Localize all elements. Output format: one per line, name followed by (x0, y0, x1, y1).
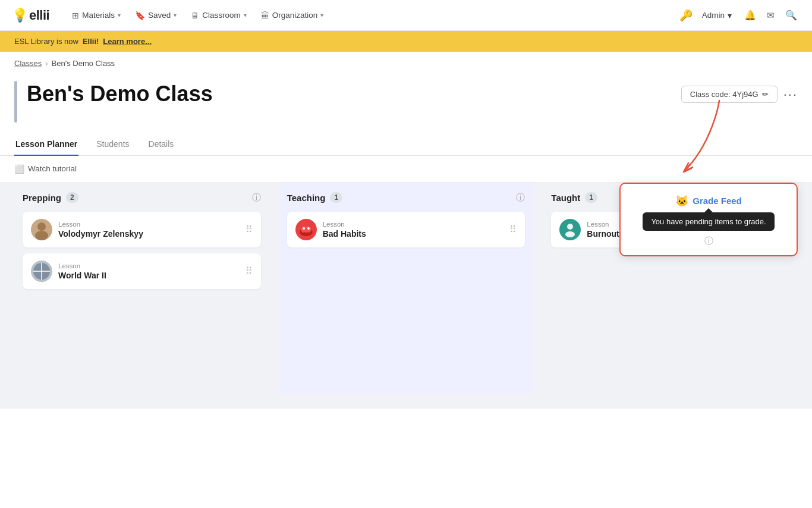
materials-chevron: ▾ (118, 12, 121, 18)
teaching-info-button[interactable]: ⓘ (516, 192, 525, 203)
nav-materials[interactable]: ⊞ Materials ▾ (66, 7, 127, 24)
key-icon: 🔑 (679, 9, 693, 22)
card-bad-habits[interactable]: Lesson Bad Habits ⠿ (287, 212, 525, 247)
title-bar-decoration (14, 81, 17, 123)
breadcrumb: Classes › Ben's Demo Class (0, 52, 812, 71)
tab-lesson-planner[interactable]: Lesson Planner (14, 133, 78, 156)
class-code-button[interactable]: Class code: 4Yj94G ✏ (681, 86, 778, 103)
more-options-button[interactable]: ··· (783, 87, 798, 102)
avatar-burnout (559, 219, 581, 240)
class-code-text: Class code: 4Yj94G (690, 90, 759, 99)
announcement-banner: ESL Library is now Ellii! Learn more... (0, 31, 812, 52)
grade-feed-tooltip: You have pending items to grade. (643, 212, 774, 231)
svg-point-11 (565, 231, 575, 237)
card-type-wwii: Lesson (58, 262, 240, 269)
drag-handle-wwii[interactable]: ⠿ (246, 265, 253, 277)
logo-icon: 💡 (12, 8, 28, 23)
classroom-chevron: ▾ (244, 12, 247, 18)
banner-text: ESL Library is now (14, 37, 78, 46)
grade-feed-label: Grade Feed (693, 196, 742, 206)
bell-button[interactable]: 🔔 (741, 7, 759, 24)
page-header: Ben's Demo Class Class code: 4Yj94G ✏ ··… (0, 71, 812, 127)
svg-point-8 (307, 227, 310, 230)
svg-point-6 (301, 226, 311, 233)
tab-details[interactable]: Details (147, 133, 175, 156)
organization-icon: 🏛 (261, 11, 269, 20)
organization-chevron: ▾ (320, 12, 323, 18)
nav-classroom[interactable]: 🖥 Classroom ▾ (185, 7, 253, 24)
navbar: 💡 ellii ⊞ Materials ▾ 🔖 Saved ▾ 🖥 Classr… (0, 0, 812, 31)
svg-point-0 (37, 222, 46, 231)
search-button[interactable]: 🔍 (782, 7, 800, 24)
classroom-icon: 🖥 (191, 11, 199, 20)
grade-feed-tooltip-text: You have pending items to grade. (651, 217, 766, 226)
card-wwii[interactable]: Lesson World War II ⠿ (23, 253, 261, 289)
card-info-zelenskyy: Lesson Volodymyr Zelenskyy (58, 221, 240, 239)
card-info-bad-habits: Lesson Bad Habits (323, 221, 504, 239)
page-header-left: Ben's Demo Class (14, 81, 213, 123)
avatar-wwii (31, 261, 52, 282)
grade-feed-cat-icon: 🐱 (675, 195, 688, 208)
watch-tutorial-button[interactable]: ⬜ Watch tutorial (14, 164, 77, 174)
admin-menu[interactable]: Admin ▾ (697, 8, 737, 23)
toolbar: ⬜ Watch tutorial (0, 156, 812, 183)
video-icon: ⬜ (14, 164, 24, 174)
logo-text: ellii (29, 8, 49, 23)
taught-count: 1 (585, 192, 597, 203)
drag-handle-bad-habits[interactable]: ⠿ (509, 224, 517, 235)
tab-bar: Lesson Planner Students Details (0, 133, 812, 156)
prepping-title: Prepping 2 (23, 192, 78, 203)
breadcrumb-current: Ben's Demo Class (52, 59, 115, 68)
grade-feed-box: 🐱 Grade Feed You have pending items to g… (619, 183, 798, 256)
admin-label: Admin (702, 11, 725, 20)
lesson-columns: Prepping 2 ⓘ Lesson Volodymyr Zelenskyy … (0, 183, 812, 409)
drag-handle-zelenskyy[interactable]: ⠿ (246, 224, 253, 235)
watch-tutorial-label: Watch tutorial (28, 164, 77, 173)
svg-point-1 (35, 231, 48, 240)
content-area: ⬜ Watch tutorial Prepping 2 ⓘ Lesson (0, 156, 812, 409)
nav-links: ⊞ Materials ▾ 🔖 Saved ▾ 🖥 Classroom ▾ 🏛 … (66, 7, 679, 24)
taught-title: Taught 1 (551, 192, 597, 203)
saved-chevron: ▾ (174, 12, 177, 18)
materials-icon: ⊞ (72, 11, 79, 20)
avatar-bad-habits (295, 219, 317, 240)
card-info-wwii: Lesson World War II (58, 262, 240, 280)
card-name-bad-habits: Bad Habits (323, 229, 504, 239)
nav-saved-label: Saved (148, 11, 171, 20)
nav-organization-label: Organization (272, 11, 318, 20)
card-type-zelenskyy: Lesson (58, 221, 240, 228)
logo[interactable]: 💡 ellii (12, 8, 49, 23)
nav-classroom-label: Classroom (202, 11, 241, 20)
grade-feed-title[interactable]: 🐱 Grade Feed (675, 195, 742, 208)
breadcrumb-separator: › (45, 59, 48, 68)
nav-materials-label: Materials (82, 11, 115, 20)
svg-point-10 (567, 224, 573, 230)
banner-brand: Ellii! (83, 37, 99, 46)
prepping-count: 2 (66, 192, 78, 203)
prepping-info-button[interactable]: ⓘ (252, 192, 261, 203)
nav-organization[interactable]: 🏛 Organization ▾ (255, 7, 330, 24)
prepping-column: Prepping 2 ⓘ Lesson Volodymyr Zelenskyy … (14, 183, 269, 394)
svg-point-7 (303, 227, 305, 230)
teaching-title: Teaching 1 (287, 192, 342, 203)
card-name-zelenskyy: Volodymyr Zelenskyy (58, 229, 240, 239)
avatar-zelenskyy (31, 219, 52, 240)
grade-feed-info-icon[interactable]: ⓘ (704, 236, 713, 247)
mail-button[interactable]: ✉ (764, 7, 778, 24)
navbar-right: 🔑 Admin ▾ 🔔 ✉ 🔍 (679, 7, 800, 24)
admin-chevron: ▾ (728, 11, 732, 20)
card-zelenskyy[interactable]: Lesson Volodymyr Zelenskyy ⠿ (23, 212, 261, 247)
prepping-header: Prepping 2 ⓘ (23, 192, 261, 203)
saved-icon: 🔖 (135, 11, 145, 20)
page-title: Ben's Demo Class (27, 81, 213, 123)
card-name-wwii: World War II (58, 271, 240, 280)
tab-students[interactable]: Students (95, 133, 130, 156)
nav-saved[interactable]: 🔖 Saved ▾ (129, 7, 182, 24)
breadcrumb-classes[interactable]: Classes (14, 59, 42, 68)
edit-icon: ✏ (762, 90, 769, 99)
teaching-column: Teaching 1 ⓘ Lesson Bad Habits ⠿ (279, 183, 534, 394)
teaching-header: Teaching 1 ⓘ (287, 192, 525, 203)
teaching-count: 1 (330, 192, 342, 203)
banner-link[interactable]: Learn more... (103, 37, 152, 46)
page-header-right: Class code: 4Yj94G ✏ ··· (681, 86, 798, 103)
